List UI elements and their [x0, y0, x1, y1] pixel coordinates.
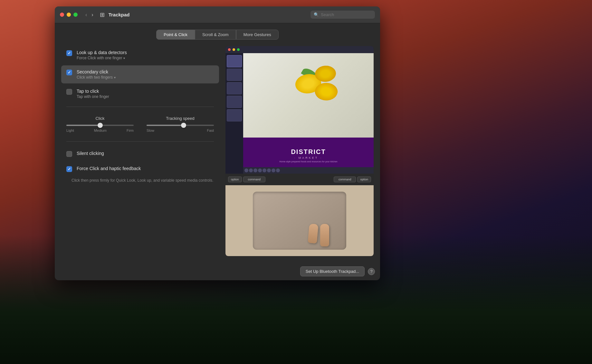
- key-command-left: command: [243, 177, 266, 182]
- content-area: Point & Click Scroll & Zoom More Gesture…: [55, 23, 380, 263]
- toolbar-dot-4: [258, 168, 262, 172]
- bluetooth-trackpad-button[interactable]: Set Up Bluetooth Trackpad...: [300, 266, 365, 276]
- preview-thumb-4: [227, 96, 242, 108]
- search-icon: 🔍: [314, 12, 319, 17]
- tab-scroll-zoom[interactable]: Scroll & Zoom: [195, 30, 236, 40]
- secondary-click-title: Secondary click: [77, 69, 214, 74]
- toolbar-dot-7: [272, 168, 275, 172]
- click-medium-label: Medium: [94, 129, 107, 132]
- force-click-title: Force Click and haptic feedback: [77, 166, 214, 171]
- main-layout: Look up & data detectors Force Click wit…: [61, 46, 374, 256]
- key-option-left: option: [228, 177, 242, 182]
- close-button[interactable]: [60, 13, 64, 17]
- secondary-click-text: Secondary click Click with two fingers ▾: [77, 69, 214, 80]
- tracking-fast-label: Fast: [207, 129, 214, 132]
- toolbar-dot-3: [253, 168, 257, 172]
- look-up-text: Look up & data detectors Force Click wit…: [77, 50, 214, 60]
- look-up-title: Look up & data detectors: [77, 50, 214, 55]
- tracking-slider-label: Tracking speed: [147, 116, 214, 121]
- toolbar-dot-8: [276, 168, 280, 172]
- tracking-slider-labels: Slow Fast: [147, 129, 214, 132]
- window-title: Trackpad: [109, 12, 130, 17]
- divider-2: [66, 141, 214, 142]
- help-button[interactable]: ?: [368, 268, 375, 275]
- key-group-left: option command: [228, 177, 265, 182]
- preview-main: DISTRICT · MARKET · Home-style prepared …: [243, 53, 374, 174]
- click-slider-thumb[interactable]: [98, 123, 103, 128]
- tracking-slow-label: Slow: [147, 129, 154, 132]
- district-title: DISTRICT: [291, 148, 326, 156]
- trackpad-window: ‹ › ⊞ Trackpad 🔍 Point & Click Scroll & …: [55, 6, 380, 280]
- preview-content: DISTRICT · MARKET · Home-style prepared …: [225, 53, 374, 174]
- toolbar-dot-6: [267, 168, 271, 172]
- finger-2: [320, 224, 329, 246]
- preview-dot-red: [228, 48, 231, 51]
- nav-arrows: ‹ ›: [84, 11, 95, 18]
- preview-thumb-1: [227, 55, 242, 67]
- toolbar-dot-5: [263, 168, 266, 172]
- tab-point-click[interactable]: Point & Click: [156, 30, 195, 40]
- tap-to-click-checkbox[interactable]: [66, 89, 72, 95]
- force-click-checkbox[interactable]: [66, 166, 72, 172]
- market-label: · MARKET ·: [294, 156, 322, 159]
- tracking-slider-track[interactable]: [147, 125, 214, 126]
- preview-thumb-3: [227, 82, 242, 94]
- preview-thumb-5: [227, 109, 242, 121]
- preview-app: DISTRICT · MARKET · Home-style prepared …: [225, 46, 374, 174]
- click-slider-label: Click: [66, 116, 134, 121]
- forward-arrow[interactable]: ›: [90, 11, 94, 18]
- toolbar-icons: [243, 167, 374, 174]
- finger-1: [308, 224, 318, 244]
- maximize-button[interactable]: [73, 13, 78, 17]
- preview-dot-green: [237, 48, 240, 51]
- setting-look-up: Look up & data detectors Force Click wit…: [61, 46, 219, 64]
- tracking-slider-fill: [147, 125, 184, 126]
- key-group-right: command option: [334, 177, 371, 182]
- right-panel: DISTRICT · MARKET · Home-style prepared …: [225, 46, 374, 256]
- search-bar[interactable]: 🔍: [310, 11, 375, 19]
- market-desc: Home-style prepared foods and resources …: [279, 160, 338, 163]
- divider-1: [66, 107, 214, 107]
- preview-dot-yellow: [233, 48, 235, 51]
- tab-bar: Point & Click Scroll & Zoom More Gesture…: [61, 30, 374, 40]
- preview-image: [243, 53, 374, 138]
- secondary-click-subtitle: Click with two fingers ▾: [77, 75, 214, 80]
- hand-fingers: [309, 224, 329, 246]
- bottom-settings: Silent clicking Force Click and haptic f…: [61, 146, 219, 185]
- tap-to-click-subtitle: Tap with one finger: [77, 94, 214, 99]
- toolbar-dot-2: [249, 168, 253, 172]
- setting-tap-to-click: Tap to click Tap with one finger: [61, 85, 219, 103]
- look-up-subtitle: Force Click with one finger ▾: [77, 56, 214, 60]
- click-slider-fill: [66, 125, 100, 126]
- tracking-slider-thumb[interactable]: [181, 123, 186, 128]
- grid-icon[interactable]: ⊞: [100, 11, 105, 18]
- key-option-right: option: [357, 177, 371, 182]
- titlebar: ‹ › ⊞ Trackpad 🔍: [55, 6, 380, 23]
- left-panel: Look up & data detectors Force Click wit…: [61, 46, 219, 256]
- setting-force-click: Force Click and haptic feedback: [61, 162, 219, 176]
- look-up-checkbox[interactable]: [66, 50, 72, 56]
- silent-clicking-title: Silent clicking: [77, 151, 214, 156]
- lemon-illustration: [243, 53, 374, 138]
- secondary-click-checkbox[interactable]: [66, 70, 72, 75]
- traffic-lights: [60, 13, 78, 17]
- preview-thumb-2: [227, 69, 242, 81]
- trackpad-surface: [253, 192, 346, 250]
- tracking-slider-group: Tracking speed Slow Fast: [147, 116, 214, 132]
- key-command-right: command: [334, 177, 356, 182]
- force-click-desc: Click then press firmly for Quick Look, …: [72, 178, 219, 183]
- silent-clicking-checkbox[interactable]: [66, 151, 72, 157]
- trackpad-preview: [225, 185, 374, 256]
- bottom-bar: Set Up Bluetooth Trackpad... ?: [55, 263, 380, 280]
- sliders-section: Click Light Medium Firm Tracki: [61, 111, 219, 138]
- search-input[interactable]: [321, 12, 372, 17]
- setting-secondary-click: Secondary click Click with two fingers ▾: [61, 65, 219, 83]
- click-slider-track[interactable]: [66, 125, 134, 126]
- tab-more-gestures[interactable]: More Gestures: [236, 30, 279, 40]
- click-slider-group: Click Light Medium Firm: [66, 116, 134, 132]
- minimize-button[interactable]: [67, 13, 71, 17]
- click-light-label: Light: [66, 129, 74, 132]
- back-arrow[interactable]: ‹: [84, 11, 88, 18]
- setting-silent-clicking: Silent clicking: [61, 147, 219, 161]
- force-click-text: Force Click and haptic feedback: [77, 166, 214, 171]
